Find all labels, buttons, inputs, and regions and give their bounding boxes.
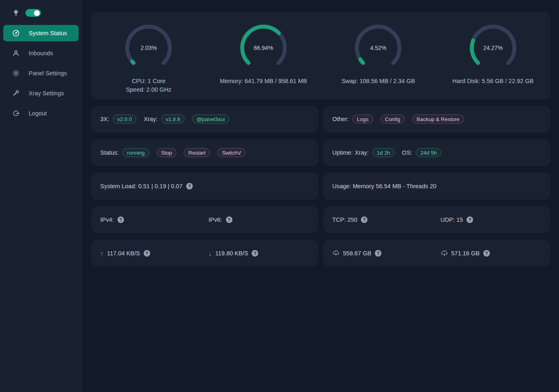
- system-load-text: System Load: 0.51 | 0.19 | 0.07: [100, 183, 183, 189]
- disk-gauge: 24.27% Hard Disk: 5.56 GB / 22.92 GB: [438, 23, 548, 86]
- total-upload-section: 558.67 GB ?: [332, 250, 437, 257]
- sidebar-item-label: Xray Settings: [29, 90, 64, 97]
- wrench-icon: [12, 90, 20, 97]
- dashboard-icon: [12, 29, 20, 37]
- logs-button[interactable]: Logs: [352, 115, 373, 124]
- arrow-down-icon: ↓: [209, 250, 212, 257]
- xray-uptime-badge: 1d 2h: [372, 148, 395, 157]
- cpu-gauge-arc: 2.03%: [124, 23, 173, 72]
- udp-count-text: UDP: 15: [441, 216, 463, 223]
- cpu-gauge-caption: CPU: 1 Core Speed: 2.00 GHz: [126, 77, 171, 94]
- sidebar-item-xray-settings[interactable]: Xray Settings: [3, 85, 79, 101]
- total-download-text: 571.16 GB: [451, 250, 480, 257]
- disk-gauge-arc: 24.27%: [469, 23, 518, 72]
- 3x-label: 3X:: [100, 116, 109, 122]
- swap-gauge-caption: Swap: 108.56 MB / 2.34 GB: [341, 77, 415, 86]
- disk-gauge-caption: Hard Disk: 5.56 GB / 22.92 GB: [453, 77, 534, 86]
- uptime-card: Uptime: Xray: 1d 2h OS: 24d 5h: [323, 139, 550, 166]
- swap-gauge: 4.52% Swap: 108.56 MB / 2.34 GB: [323, 23, 433, 86]
- tcp-help-icon[interactable]: ?: [361, 216, 367, 223]
- backup-restore-button[interactable]: Backup & Restore: [412, 115, 464, 124]
- toggle-knob: [34, 10, 40, 16]
- upload-speed-text: 117.04 KB/S: [107, 250, 140, 257]
- total-upload-help-icon[interactable]: ?: [375, 250, 381, 257]
- ipv6-label: IPv6:: [209, 216, 222, 223]
- total-download-section: 571.16 GB ?: [441, 250, 545, 257]
- restart-button[interactable]: Restart: [184, 148, 210, 157]
- memory-gauge-percent: 66.94%: [239, 23, 288, 72]
- xray-label: Xray:: [144, 116, 158, 122]
- ipv4-section: IPv4: ?: [100, 216, 205, 223]
- swap-gauge-arc: 4.52%: [354, 23, 403, 72]
- usage-card: Usage: Memory 56.54 MB - Threads 20: [323, 173, 550, 200]
- other-label: Other:: [332, 116, 349, 122]
- sidebar-item-panel-settings[interactable]: Panel Settings: [3, 65, 79, 81]
- ipv6-section: IPv6: ?: [209, 216, 313, 223]
- tcp-section: TCP: 250 ?: [332, 216, 437, 223]
- status-card: Status: running Stop Restart SwitchV: [91, 139, 318, 166]
- total-upload-text: 558.67 GB: [343, 250, 371, 257]
- total-download-help-icon[interactable]: ?: [483, 250, 490, 257]
- sidebar-item-label: Inbounds: [29, 50, 53, 56]
- memory-gauge-arc: 66.94%: [239, 23, 288, 72]
- other-card: Other: Logs Config Backup & Restore: [323, 106, 550, 133]
- main-content: 2.03% CPU: 1 Core Speed: 2.00 GHz 66.94%…: [82, 0, 559, 392]
- uptime-label: Uptime:: [332, 149, 353, 156]
- system-gauges-card: 2.03% CPU: 1 Core Speed: 2.00 GHz 66.94%…: [91, 11, 550, 99]
- info-cards-grid: 3X: v2.0.0 Xray: v1.8.6 @panel3xui Other…: [91, 106, 550, 267]
- download-speed-help-icon[interactable]: ?: [252, 250, 258, 257]
- cloud-upload-icon: [332, 250, 339, 257]
- memory-gauge-caption: Memory: 641.79 MB / 958.61 MB: [220, 77, 307, 86]
- udp-help-icon[interactable]: ?: [467, 216, 473, 223]
- status-running-badge: running: [122, 148, 149, 157]
- connections-card: TCP: 250 ? UDP: 15 ?: [323, 206, 550, 233]
- disk-gauge-percent: 24.27%: [469, 23, 518, 72]
- uptime-xray-label: Xray:: [355, 149, 369, 156]
- config-button[interactable]: Config: [381, 115, 405, 124]
- telegram-tag[interactable]: @panel3xui: [192, 115, 229, 124]
- arrow-up-icon: ↑: [100, 250, 104, 257]
- cpu-gauge-percent: 2.03%: [124, 23, 173, 72]
- ipv4-label: IPv4:: [100, 216, 114, 223]
- theme-toggle-row: [0, 7, 82, 25]
- sidebar-item-label: System Status: [29, 30, 67, 36]
- swap-gauge-percent: 4.52%: [354, 23, 403, 72]
- upload-speed-help-icon[interactable]: ?: [144, 250, 150, 257]
- upload-speed-section: ↑ 117.04 KB/S ?: [100, 250, 205, 257]
- stop-button[interactable]: Stop: [157, 148, 177, 157]
- ipv4-help-icon[interactable]: ?: [117, 216, 124, 223]
- sidebar-item-system-status[interactable]: System Status: [3, 25, 79, 41]
- gear-icon: [12, 70, 20, 77]
- udp-section: UDP: 15 ?: [441, 216, 545, 223]
- usage-text: Usage: Memory 56.54 MB - Threads 20: [332, 183, 436, 189]
- os-uptime-badge: 24d 5h: [416, 148, 441, 157]
- sidebar-item-label: Logout: [29, 110, 47, 117]
- status-label: Status:: [100, 149, 119, 156]
- switch-version-button[interactable]: SwitchV: [217, 148, 246, 157]
- system-load-help-icon[interactable]: ?: [186, 183, 193, 189]
- download-speed-section: ↓ 119.80 KB/S ?: [209, 250, 313, 257]
- sidebar: System Status Inbounds Panel Settings Xr…: [0, 0, 82, 392]
- tcp-count-text: TCP: 250: [332, 216, 357, 223]
- download-speed-text: 119.80 KB/S: [215, 250, 248, 257]
- cloud-download-icon: [441, 250, 448, 257]
- xray-version-tag[interactable]: v1.8.6: [161, 115, 185, 124]
- system-load-card: System Load: 0.51 | 0.19 | 0.07 ?: [91, 173, 318, 200]
- cpu-gauge: 2.03% CPU: 1 Core Speed: 2.00 GHz: [93, 23, 204, 94]
- totals-card: 558.67 GB ? 571.16 GB ?: [323, 240, 550, 267]
- dark-mode-toggle[interactable]: [25, 9, 41, 17]
- version-card: 3X: v2.0.0 Xray: v1.8.6 @panel3xui: [91, 106, 318, 133]
- sidebar-item-logout[interactable]: Logout: [3, 105, 79, 122]
- sidebar-item-inbounds[interactable]: Inbounds: [3, 45, 79, 61]
- user-icon: [12, 50, 20, 57]
- ipv6-help-icon[interactable]: ?: [226, 216, 232, 223]
- panel-version-tag[interactable]: v2.0.0: [113, 115, 136, 124]
- ip-card: IPv4: ? IPv6: ?: [91, 206, 318, 233]
- sidebar-item-label: Panel Settings: [29, 70, 67, 77]
- memory-gauge: 66.94% Memory: 641.79 MB / 958.61 MB: [208, 23, 319, 86]
- lightbulb-icon: [12, 9, 20, 17]
- speed-card: ↑ 117.04 KB/S ? ↓ 119.80 KB/S ?: [91, 240, 318, 267]
- uptime-os-label: OS:: [402, 149, 412, 156]
- logout-icon: [12, 110, 20, 117]
